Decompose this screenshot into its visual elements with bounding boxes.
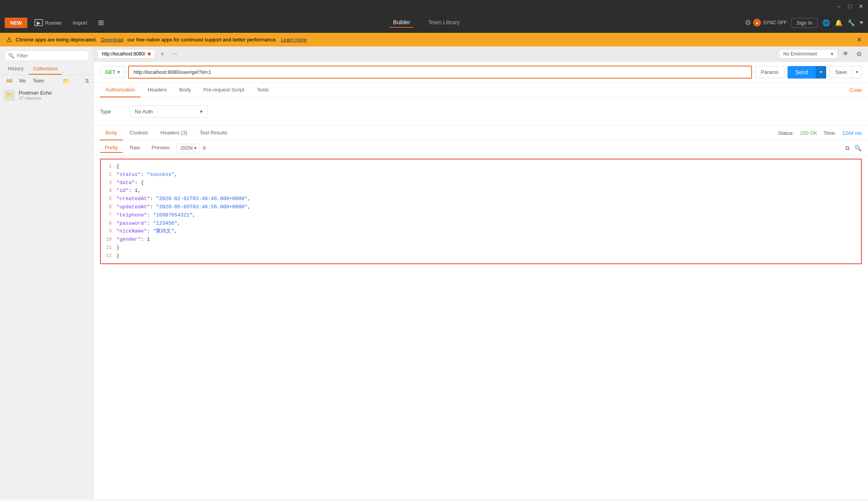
url-tabs-bar: http://localhost:8080/ + ··· No Environm…: [94, 47, 868, 62]
line-content: "data": {: [116, 179, 861, 187]
more-tabs-button[interactable]: ···: [170, 49, 180, 59]
filter-team[interactable]: Team: [30, 77, 46, 84]
line-number: 12: [101, 252, 116, 260]
response-body-bar: Pretty Raw Preview JSON ▾ ≡ ⧉ 🔍: [94, 141, 868, 156]
add-tab-button[interactable]: +: [157, 49, 168, 59]
code-line: 12}: [101, 252, 861, 260]
close-button[interactable]: ✕: [857, 2, 865, 10]
save-group: Save ▾: [829, 66, 862, 78]
wrench-icon[interactable]: 🔧: [847, 19, 855, 27]
banner-text: Chrome apps are being deprecated.: [16, 37, 97, 43]
nav-builder[interactable]: Builder: [390, 18, 413, 28]
resp-tab-test-results[interactable]: Test Results: [194, 126, 233, 140]
time-value: 1244 ms: [842, 130, 862, 136]
env-controls: No Environment ▾ 👁 ⚙: [779, 49, 864, 59]
auth-section: Type No Auth ▾: [94, 98, 868, 125]
code-line: 11 }: [101, 244, 861, 252]
response-tabs-bar: Body Cookies Headers (3) Test Results St…: [94, 126, 868, 141]
resp-tab-headers[interactable]: Headers (3): [155, 126, 193, 140]
line-content: "id": 1,: [116, 187, 861, 195]
eye-icon[interactable]: 👁: [841, 49, 851, 59]
folder-icon[interactable]: 📁: [63, 78, 69, 84]
send-dropdown-button[interactable]: ▾: [816, 66, 826, 79]
download-link[interactable]: Download: [101, 37, 123, 43]
resp-tab-cookies[interactable]: Cookies: [124, 126, 154, 140]
toolbar: NEW ▶ Runner Import ⊞ Builder Team Libra…: [0, 13, 868, 33]
environment-select[interactable]: No Environment ▾: [779, 49, 838, 59]
filter-input[interactable]: [17, 53, 85, 59]
request-bar: GET ▾ Params Send ▾ Save ▾: [94, 62, 868, 83]
copy-button[interactable]: ⧉: [845, 145, 850, 152]
tab-tests[interactable]: Tests: [251, 83, 274, 97]
code-line: 3 "data": {: [101, 179, 861, 187]
auth-type-select[interactable]: No Auth ▾: [130, 106, 208, 118]
auth-value: No Auth: [135, 109, 153, 115]
filter-me[interactable]: Me: [17, 77, 28, 84]
banner-description: our free native apps for continued suppo…: [127, 37, 277, 43]
titlebar: – □ ✕: [0, 0, 868, 13]
auth-type-row: Type No Auth ▾: [100, 106, 862, 118]
line-number: 5: [101, 195, 116, 203]
save-dropdown-button[interactable]: ▾: [853, 66, 862, 78]
banner-close-button[interactable]: ✕: [857, 36, 862, 43]
auth-chevron-icon: ▾: [200, 109, 203, 115]
nav-team-library[interactable]: Team Library: [425, 18, 463, 28]
raw-button[interactable]: Raw: [125, 143, 145, 153]
settings-env-icon[interactable]: ⚙: [854, 49, 864, 59]
tab-pre-request[interactable]: Pre-request Script: [198, 83, 250, 97]
globe-icon[interactable]: 🌐: [822, 19, 830, 27]
tab-body[interactable]: Body: [174, 83, 196, 97]
history-tab[interactable]: History: [4, 63, 27, 75]
params-button[interactable]: Params: [755, 66, 784, 78]
sync-circle: ●: [753, 19, 761, 27]
url-tab[interactable]: http://localhost:8080/: [98, 49, 155, 59]
line-content: }: [116, 252, 861, 260]
learn-more-link[interactable]: Learn more: [281, 37, 307, 43]
collections-tab[interactable]: Collections: [29, 63, 62, 75]
import-button[interactable]: Import: [69, 18, 91, 28]
filter-all[interactable]: All: [4, 77, 14, 84]
url-input[interactable]: [134, 69, 747, 75]
line-number: 8: [101, 220, 116, 227]
line-number: 3: [101, 179, 116, 187]
sidebar: 🔍 History Collections All Me Team 📁 ⇅ 📁 …: [0, 47, 94, 499]
line-number: 10: [101, 236, 116, 243]
tab-authorization[interactable]: Authorization: [100, 83, 141, 97]
sort-icon[interactable]: ⇅: [85, 78, 89, 84]
save-button[interactable]: Save: [829, 66, 853, 78]
runner-button[interactable]: ▶ Runner: [30, 17, 66, 29]
new-tab-button[interactable]: ⊞: [94, 16, 108, 29]
method-select[interactable]: GET ▾: [100, 66, 125, 78]
format-chevron-icon: ▾: [194, 145, 196, 151]
collection-item[interactable]: 📁 Postman Echo 37 requests: [0, 87, 93, 104]
content-area: http://localhost:8080/ + ··· No Environm…: [94, 47, 868, 499]
minimize-button[interactable]: –: [835, 2, 843, 10]
format-select[interactable]: JSON ▾: [177, 144, 200, 152]
code-line: 1{: [101, 163, 861, 171]
bell-icon[interactable]: 🔔: [835, 19, 843, 27]
resp-tab-body[interactable]: Body: [100, 126, 123, 140]
code-link[interactable]: Code: [850, 87, 862, 93]
pretty-button[interactable]: Pretty: [100, 143, 123, 153]
sign-in-button[interactable]: Sign In: [791, 18, 817, 28]
line-number: 7: [101, 211, 116, 219]
url-input-wrap: [128, 66, 752, 79]
maximize-button[interactable]: □: [846, 2, 854, 10]
sync-button[interactable]: ⚙ ● SYNC OFF: [745, 18, 787, 27]
search-response-button[interactable]: 🔍: [854, 145, 862, 152]
status-label: Status:: [778, 130, 794, 136]
tab-headers[interactable]: Headers: [142, 83, 172, 97]
line-content: "nickName": "聚鸡文",: [116, 227, 861, 236]
format-label: JSON: [180, 145, 193, 151]
wrap-button[interactable]: ≡: [202, 145, 206, 152]
line-content: }: [116, 244, 861, 252]
send-button[interactable]: Send: [788, 66, 816, 79]
line-number: 4: [101, 187, 116, 195]
preview-button[interactable]: Preview: [147, 143, 174, 153]
line-content: "createdAt": "2020-02-01T03:46:46.000+00…: [116, 195, 861, 203]
new-button[interactable]: NEW: [5, 18, 27, 28]
json-editor[interactable]: 1{2 "status": "success",3 "data": {4 "id…: [101, 159, 861, 263]
time-label: Time:: [823, 130, 836, 136]
code-line: 4 "id": 1,: [101, 187, 861, 195]
heart-icon[interactable]: ♥: [860, 19, 864, 26]
